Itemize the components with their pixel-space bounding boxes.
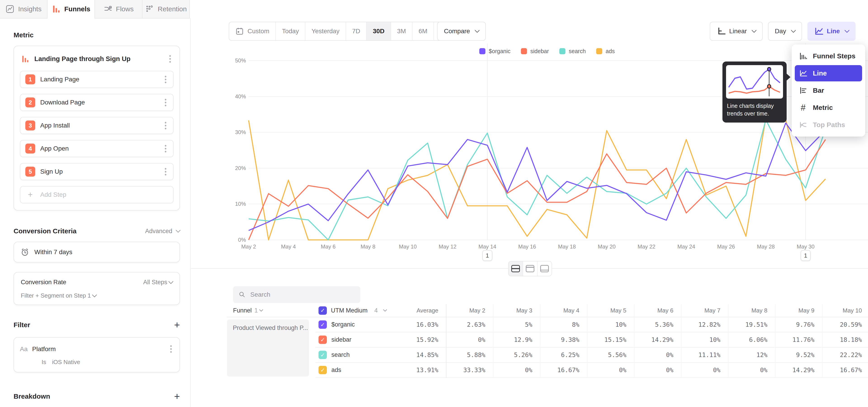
range-3m[interactable]: 3M (391, 22, 412, 40)
retention-icon (145, 4, 154, 13)
tab-retention[interactable]: Retention (143, 0, 189, 18)
tab-insights[interactable]: Insights (0, 0, 48, 18)
cell-value: 0% (493, 363, 540, 378)
x-axis-label: May 2 (241, 244, 256, 250)
date-column-header[interactable]: May 8 (728, 304, 776, 317)
average-value: 13.91% (389, 363, 446, 378)
menu-item-metric[interactable]: # Metric (795, 99, 862, 116)
layout-switcher (508, 261, 552, 276)
date-column-header[interactable]: May 9 (776, 304, 823, 317)
menu-item-label: Funnel Steps (813, 52, 855, 60)
chevron-down-icon (259, 308, 263, 312)
cell-value: 11.76% (776, 333, 823, 347)
funnels-icon (52, 4, 61, 13)
cell-value: 9.76% (776, 317, 823, 333)
row-checkbox[interactable]: ✓ (318, 336, 327, 344)
tab-flows[interactable]: Flows (95, 0, 143, 18)
series-line-ads[interactable] (249, 118, 826, 240)
menu-item-label: Bar (813, 87, 824, 94)
cell-value: 0% (634, 347, 682, 363)
annotation-badge[interactable]: 1 (801, 250, 811, 261)
tab-funnels[interactable]: Funnels (48, 0, 95, 18)
search-input[interactable] (250, 291, 355, 299)
date-column-header[interactable]: May 10 (823, 304, 868, 317)
cell-value: 6.25% (540, 347, 587, 363)
cell-value: 9.38% (540, 333, 587, 347)
layout-chart-button[interactable] (523, 261, 537, 276)
cell-value: 18.18% (823, 333, 868, 347)
series-line-organic[interactable] (249, 123, 826, 230)
x-axis-label: May 8 (361, 244, 375, 250)
average-value: 14.85% (389, 347, 446, 363)
chart-type-menu: Funnel Steps Line Bar # Metric Top Paths (792, 44, 865, 136)
range-yesterday[interactable]: Yesterday (305, 22, 346, 40)
table-row-series[interactable]: ✓search (315, 347, 389, 363)
tab-label: Funnels (64, 5, 90, 13)
menu-item-bar[interactable]: Bar (795, 82, 862, 99)
cell-value: 8% (540, 317, 587, 333)
cell-value: 2.63% (446, 317, 493, 333)
line-chart-icon (814, 27, 823, 36)
menu-item-funnel-steps[interactable]: Funnel Steps (795, 48, 862, 64)
cell-value: 0% (682, 363, 728, 378)
row-checkbox[interactable]: ✓ (318, 351, 327, 359)
x-axis-label: May 10 (399, 244, 417, 250)
row-checkbox[interactable]: ✓ (318, 366, 327, 374)
row-checkbox[interactable]: ✓ (318, 320, 327, 329)
chart-type-dropdown[interactable]: Line (807, 22, 856, 41)
average-column-header[interactable]: Average (389, 304, 446, 317)
x-axis-label: May 6 (321, 244, 336, 250)
range-30d[interactable]: 30D (367, 22, 391, 40)
series-line-search[interactable] (249, 120, 826, 240)
x-axis-label: May 16 (518, 244, 536, 250)
scale-dropdown[interactable]: Linear (710, 22, 763, 41)
menu-item-label: Line (813, 69, 827, 77)
select-all-checkbox[interactable]: ✓ (318, 306, 327, 315)
date-column-header[interactable]: May 6 (634, 304, 682, 317)
cell-value: 12% (728, 347, 776, 363)
line-chart-tooltip: Line charts display trends over time. (722, 62, 786, 123)
cell-value: 14.29% (776, 363, 823, 378)
table-row-series[interactable]: ✓ads (315, 363, 389, 378)
annotation-badge[interactable]: 1 (483, 250, 492, 261)
chart-controls: Linear Day Line (710, 22, 856, 41)
cell-value: 14.29% (634, 333, 682, 347)
breakdown-column-header[interactable]: ✓ UTM Medium 4 (315, 304, 389, 317)
date-column-header[interactable]: May 3 (493, 304, 540, 317)
cell-value: 12.9% (493, 333, 540, 347)
interval-dropdown[interactable]: Day (768, 22, 802, 41)
table-row-series[interactable]: ✓sidebar (315, 333, 389, 347)
table-row-series[interactable]: ✓$organic (315, 317, 389, 333)
range-7d[interactable]: 7D (346, 22, 367, 40)
x-axis-label: May 12 (439, 244, 457, 250)
menu-item-top-paths[interactable]: Top Paths (795, 117, 862, 133)
y-axis-label: 10% (221, 201, 246, 207)
date-column-header[interactable]: May 2 (446, 304, 493, 317)
range-label: Yesterday (311, 28, 340, 35)
tooltip-preview-chart (726, 65, 783, 99)
top-paths-icon (799, 121, 807, 129)
layout-table-button[interactable] (537, 261, 552, 276)
date-column-header[interactable]: May 7 (682, 304, 728, 317)
series-name: search (331, 351, 350, 358)
range-6m[interactable]: 6M (412, 22, 434, 40)
interval-label: Day (775, 28, 786, 35)
compare-label: Compare (444, 28, 470, 35)
flows-icon (103, 4, 112, 13)
funnel-steps-icon (799, 52, 807, 60)
y-axis-label: 30% (221, 129, 246, 135)
layout-split-button[interactable] (508, 261, 523, 276)
menu-item-label: Metric (813, 104, 833, 112)
x-axis-label: May 24 (677, 244, 695, 250)
compare-button[interactable]: Compare (437, 22, 486, 41)
range-today[interactable]: Today (276, 22, 305, 40)
date-column-header[interactable]: May 5 (587, 304, 634, 317)
table-search (233, 286, 360, 303)
menu-item-line[interactable]: Line (795, 65, 862, 82)
tab-label: Insights (18, 5, 41, 13)
date-column-header[interactable]: May 4 (540, 304, 587, 317)
chart-type-label: Line (827, 28, 840, 35)
range-custom[interactable]: Custom (229, 22, 276, 40)
funnel-column-header[interactable]: Funnel 1 (227, 304, 315, 317)
funnel-name-cell[interactable]: Product Viewed through P... (227, 319, 309, 376)
